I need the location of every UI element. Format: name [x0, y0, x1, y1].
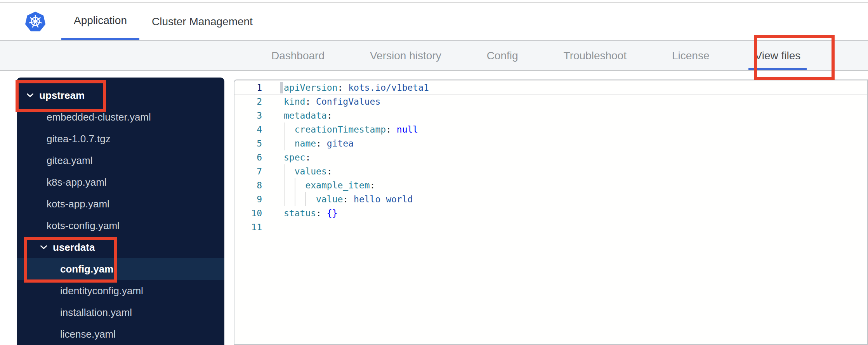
- subnav-version-history[interactable]: Version history: [364, 41, 448, 70]
- code-line-3: 3metadata:: [234, 109, 867, 122]
- code-content: status: {}: [262, 206, 867, 220]
- line-number: 10: [234, 206, 262, 220]
- app-subnav: DashboardVersion historyConfigTroublesho…: [0, 41, 868, 71]
- code-line-11: 11: [234, 220, 867, 234]
- tree-label: upstream: [39, 90, 85, 102]
- tree-file-embedded-cluster.yaml[interactable]: embedded-cluster.yaml: [17, 106, 224, 128]
- tree-file-gitea-1.0.7.tgz[interactable]: gitea-1.0.7.tgz: [17, 128, 224, 150]
- code-content: [262, 220, 867, 234]
- tab-cluster-management[interactable]: Cluster Management: [139, 3, 265, 40]
- code-content: value: hello world: [262, 192, 867, 206]
- tree-label: license.yaml: [60, 328, 116, 340]
- kots-admin-console: ApplicationCluster Management DashboardV…: [0, 0, 868, 345]
- subnav-troubleshoot[interactable]: Troubleshoot: [557, 41, 633, 70]
- line-number: 7: [234, 164, 262, 178]
- tree-label: installation.yaml: [60, 307, 132, 319]
- subnav-config[interactable]: Config: [481, 41, 524, 70]
- code-line-10: 10status: {}: [234, 206, 867, 220]
- code-content: spec:: [262, 150, 867, 164]
- tree-label: kots-app.yaml: [47, 198, 109, 210]
- code-content: values:: [262, 164, 867, 178]
- line-number: 9: [234, 192, 262, 206]
- tree-file-identityconfig.yaml[interactable]: identityconfig.yaml: [17, 280, 224, 302]
- tree-label: embedded-cluster.yaml: [47, 111, 151, 123]
- editor-code-lines: 1apiVersion: kots.io/v1beta12kind: Confi…: [234, 80, 867, 234]
- tree-label: kots-config.yaml: [47, 220, 120, 232]
- tree-file-license.yaml[interactable]: license.yaml: [17, 323, 224, 345]
- tab-application[interactable]: Application: [61, 3, 139, 40]
- line-number: 1: [234, 81, 262, 95]
- file-tree-sidebar: upstreamembedded-cluster.yamlgitea-1.0.7…: [17, 78, 224, 345]
- indent-guide: [284, 192, 285, 206]
- indent-guide: [295, 192, 295, 206]
- code-content: name: gitea: [262, 136, 867, 150]
- tree-file-installation.yaml[interactable]: installation.yaml: [17, 302, 224, 323]
- file-tree: upstreamembedded-cluster.yamlgitea-1.0.7…: [17, 85, 224, 345]
- code-content: apiVersion: kots.io/v1beta1: [262, 81, 867, 95]
- indent-guide: [305, 192, 306, 206]
- tree-label: config.yaml: [60, 263, 116, 275]
- code-line-1: 1apiVersion: kots.io/v1beta1: [234, 81, 867, 95]
- subnav-dashboard[interactable]: Dashboard: [265, 41, 331, 70]
- code-line-7: 7 values:: [234, 164, 867, 178]
- chevron-down-icon: [40, 245, 47, 250]
- code-content: metadata:: [262, 109, 867, 122]
- tree-file-kots-config.yaml[interactable]: kots-config.yaml: [17, 215, 224, 236]
- tree-folder-userdata[interactable]: userdata: [17, 236, 224, 258]
- tree-file-k8s-app.yaml[interactable]: k8s-app.yaml: [17, 171, 224, 193]
- code-content: example_item:: [262, 178, 867, 192]
- code-line-6: 6spec:: [234, 150, 867, 164]
- code-line-2: 2kind: ConfigValues: [234, 95, 867, 109]
- yaml-editor[interactable]: 1apiVersion: kots.io/v1beta12kind: Confi…: [234, 79, 868, 345]
- tree-file-config.yaml[interactable]: config.yaml: [17, 258, 224, 280]
- top-divider: [0, 0, 868, 3]
- indent-guide: [284, 122, 285, 136]
- indent-guide: [284, 136, 285, 150]
- line-number: 8: [234, 178, 262, 192]
- indent-guide: [284, 178, 285, 192]
- line-number: 2: [234, 95, 262, 109]
- line-number: 6: [234, 150, 262, 164]
- code-line-4: 4 creationTimestamp: null: [234, 122, 867, 136]
- subnav-list: DashboardVersion historyConfigTroublesho…: [265, 41, 807, 70]
- code-line-8: 8 example_item:: [234, 178, 867, 192]
- tree-folder-upstream[interactable]: upstream: [17, 85, 224, 106]
- line-number: 5: [234, 136, 262, 150]
- tree-label: identityconfig.yaml: [60, 285, 143, 297]
- header-tabs: ApplicationCluster Management: [61, 3, 265, 40]
- indent-guide: [284, 164, 285, 178]
- line-number: 11: [234, 220, 262, 234]
- indent-guide: [295, 178, 295, 192]
- line-number: 3: [234, 109, 262, 122]
- chevron-down-icon: [26, 93, 34, 98]
- kubernetes-logo-icon: [25, 11, 46, 32]
- app-header: ApplicationCluster Management: [0, 3, 868, 41]
- line-number: 4: [234, 122, 262, 136]
- tree-label: k8s-app.yaml: [47, 176, 107, 188]
- tree-label: gitea-1.0.7.tgz: [47, 133, 111, 145]
- code-line-9: 9 value: hello world: [234, 192, 867, 206]
- code-content: creationTimestamp: null: [262, 122, 867, 136]
- subnav-license[interactable]: License: [666, 41, 716, 70]
- code-line-5: 5 name: gitea: [234, 136, 867, 150]
- tree-file-kots-app.yaml[interactable]: kots-app.yaml: [17, 193, 224, 215]
- subnav-view-files[interactable]: View files: [748, 41, 807, 70]
- tree-file-gitea.yaml[interactable]: gitea.yaml: [17, 150, 224, 171]
- tree-label: userdata: [53, 242, 95, 254]
- code-content: kind: ConfigValues: [262, 95, 867, 109]
- tree-label: gitea.yaml: [47, 155, 93, 167]
